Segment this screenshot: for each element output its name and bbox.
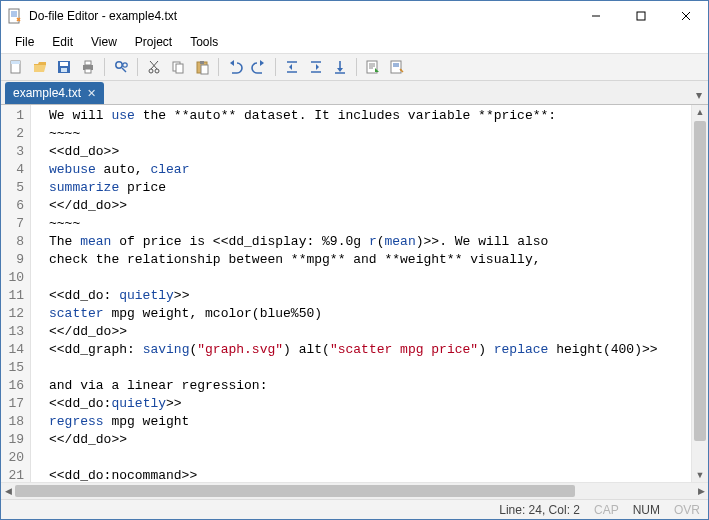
line-number: 6 [5,197,24,215]
minimize-button[interactable] [573,1,618,31]
line-number: 15 [5,359,24,377]
app-icon [7,8,23,24]
run-lines-icon[interactable] [386,56,408,78]
close-button[interactable] [663,1,708,31]
code-line[interactable] [49,269,691,287]
svg-point-15 [123,63,127,67]
hscroll-thumb[interactable] [15,485,575,497]
code-line[interactable]: <<dd_graph: saving("graph.svg") alt("sca… [49,341,691,359]
bookmark-icon[interactable] [329,56,351,78]
code-line[interactable] [49,449,691,467]
code-line[interactable]: <</dd_do>> [49,323,691,341]
vertical-scrollbar[interactable]: ▲ ▼ [691,105,708,482]
scroll-up-icon[interactable]: ▲ [692,105,708,119]
menu-edit[interactable]: Edit [44,33,81,51]
toolbar [1,53,708,81]
line-number: 21 [5,467,24,482]
scroll-right-icon[interactable]: ▶ [694,486,708,496]
svg-rect-23 [200,61,204,64]
indent-left-icon[interactable] [281,56,303,78]
toolbar-separator [356,58,357,76]
line-number: 7 [5,215,24,233]
line-number: 9 [5,251,24,269]
menu-tools[interactable]: Tools [182,33,226,51]
menu-view[interactable]: View [83,33,125,51]
line-number: 1 [5,107,24,125]
save-icon[interactable] [53,56,75,78]
horizontal-scrollbar[interactable]: ◀ ▶ [1,482,708,499]
svg-rect-24 [201,65,208,74]
window-buttons [573,1,708,31]
code-line[interactable]: The mean of price is <<dd_display: %9.0g… [49,233,691,251]
svg-rect-21 [176,64,183,73]
find-icon[interactable] [110,56,132,78]
svg-rect-8 [60,62,68,66]
code-line[interactable]: check the relationship between **mpg** a… [49,251,691,269]
line-number: 2 [5,125,24,143]
svg-rect-32 [391,61,401,73]
line-number: 12 [5,305,24,323]
code-line[interactable]: <</dd_do>> [49,431,691,449]
line-number: 3 [5,143,24,161]
svg-point-13 [116,62,122,68]
tabs-dropdown-icon[interactable]: ▾ [690,86,708,104]
scroll-down-icon[interactable]: ▼ [692,468,708,482]
code-line[interactable]: summarize price [49,179,691,197]
svg-line-14 [122,68,126,72]
line-number: 13 [5,323,24,341]
code-line[interactable]: webuse auto, clear [49,161,691,179]
svg-rect-9 [61,68,67,72]
code-area[interactable]: We will use the **auto** dataset. It inc… [31,105,691,482]
line-number: 8 [5,233,24,251]
status-cap: CAP [594,503,619,517]
toolbar-separator [104,58,105,76]
svg-rect-11 [85,61,91,65]
menu-file[interactable]: File [7,33,42,51]
run-icon[interactable] [362,56,384,78]
code-line[interactable]: ~~~~ [49,125,691,143]
line-number: 5 [5,179,24,197]
copy-icon[interactable] [167,56,189,78]
new-icon[interactable] [5,56,27,78]
line-number: 20 [5,449,24,467]
window-title: Do-file Editor - example4.txt [29,9,573,23]
code-line[interactable]: <<dd_do:quietly>> [49,395,691,413]
maximize-button[interactable] [618,1,663,31]
line-number: 4 [5,161,24,179]
undo-icon[interactable] [224,56,246,78]
code-line[interactable]: <</dd_do>> [49,197,691,215]
line-number: 10 [5,269,24,287]
svg-line-18 [151,61,158,69]
toolbar-separator [137,58,138,76]
redo-icon[interactable] [248,56,270,78]
titlebar: Do-file Editor - example4.txt [1,1,708,31]
paste-icon[interactable] [191,56,213,78]
svg-point-16 [149,69,153,73]
line-number: 16 [5,377,24,395]
code-line[interactable]: and via a linear regression: [49,377,691,395]
tab-active[interactable]: example4.txt ✕ [5,82,104,104]
status-num: NUM [633,503,660,517]
toolbar-separator [218,58,219,76]
svg-rect-6 [11,61,20,64]
svg-line-19 [150,61,157,69]
code-line[interactable]: We will use the **auto** dataset. It inc… [49,107,691,125]
statusbar: Line: 24, Col: 2 CAP NUM OVR [1,499,708,519]
print-icon[interactable] [77,56,99,78]
line-number-gutter: 1234567891011121314151617181920212223 [1,105,31,482]
indent-right-icon[interactable] [305,56,327,78]
cut-icon[interactable] [143,56,165,78]
code-line[interactable]: scatter mpg weight, mcolor(blue%50) [49,305,691,323]
scroll-left-icon[interactable]: ◀ [1,486,15,496]
vscroll-thumb[interactable] [694,121,706,441]
code-line[interactable]: <<dd_do>> [49,143,691,161]
code-line[interactable]: <<dd_do: quietly>> [49,287,691,305]
open-icon[interactable] [29,56,51,78]
menubar: File Edit View Project Tools [1,31,708,53]
tab-close-icon[interactable]: ✕ [87,87,96,100]
code-line[interactable]: ~~~~ [49,215,691,233]
code-line[interactable]: regress mpg weight [49,413,691,431]
menu-project[interactable]: Project [127,33,180,51]
code-line[interactable] [49,359,691,377]
code-line[interactable]: <<dd_do:nocommand>> [49,467,691,482]
